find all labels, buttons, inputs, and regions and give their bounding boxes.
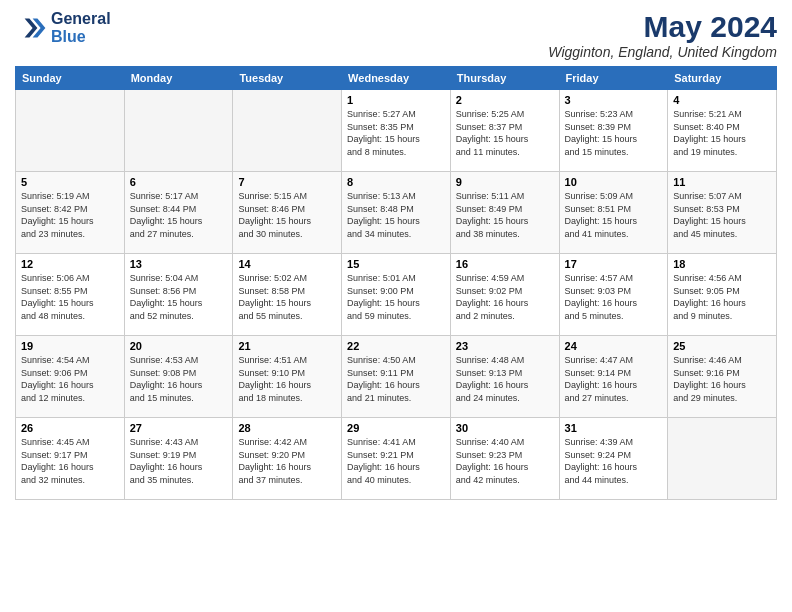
day-number: 15 — [347, 258, 445, 270]
week-row-1: 5Sunrise: 5:19 AM Sunset: 8:42 PM Daylig… — [16, 172, 777, 254]
day-cell: 26Sunrise: 4:45 AM Sunset: 9:17 PM Dayli… — [16, 418, 125, 500]
day-info: Sunrise: 4:43 AM Sunset: 9:19 PM Dayligh… — [130, 436, 228, 486]
day-number: 6 — [130, 176, 228, 188]
day-cell: 12Sunrise: 5:06 AM Sunset: 8:55 PM Dayli… — [16, 254, 125, 336]
title-block: May 2024 Wigginton, England, United King… — [548, 10, 777, 60]
day-cell: 7Sunrise: 5:15 AM Sunset: 8:46 PM Daylig… — [233, 172, 342, 254]
day-info: Sunrise: 4:50 AM Sunset: 9:11 PM Dayligh… — [347, 354, 445, 404]
day-info: Sunrise: 5:04 AM Sunset: 8:56 PM Dayligh… — [130, 272, 228, 322]
day-cell: 22Sunrise: 4:50 AM Sunset: 9:11 PM Dayli… — [342, 336, 451, 418]
day-cell: 15Sunrise: 5:01 AM Sunset: 9:00 PM Dayli… — [342, 254, 451, 336]
day-cell: 29Sunrise: 4:41 AM Sunset: 9:21 PM Dayli… — [342, 418, 451, 500]
day-info: Sunrise: 5:23 AM Sunset: 8:39 PM Dayligh… — [565, 108, 663, 158]
day-number: 10 — [565, 176, 663, 188]
day-cell: 2Sunrise: 5:25 AM Sunset: 8:37 PM Daylig… — [450, 90, 559, 172]
day-cell: 14Sunrise: 5:02 AM Sunset: 8:58 PM Dayli… — [233, 254, 342, 336]
day-cell: 1Sunrise: 5:27 AM Sunset: 8:35 PM Daylig… — [342, 90, 451, 172]
day-cell: 18Sunrise: 4:56 AM Sunset: 9:05 PM Dayli… — [668, 254, 777, 336]
day-cell: 4Sunrise: 5:21 AM Sunset: 8:40 PM Daylig… — [668, 90, 777, 172]
subtitle: Wigginton, England, United Kingdom — [548, 44, 777, 60]
header: General Blue May 2024 Wigginton, England… — [15, 10, 777, 60]
day-number: 21 — [238, 340, 336, 352]
day-number: 5 — [21, 176, 119, 188]
day-info: Sunrise: 5:27 AM Sunset: 8:35 PM Dayligh… — [347, 108, 445, 158]
day-cell — [233, 90, 342, 172]
day-cell: 28Sunrise: 4:42 AM Sunset: 9:20 PM Dayli… — [233, 418, 342, 500]
day-info: Sunrise: 4:46 AM Sunset: 9:16 PM Dayligh… — [673, 354, 771, 404]
day-info: Sunrise: 5:19 AM Sunset: 8:42 PM Dayligh… — [21, 190, 119, 240]
day-number: 28 — [238, 422, 336, 434]
day-number: 23 — [456, 340, 554, 352]
day-cell: 19Sunrise: 4:54 AM Sunset: 9:06 PM Dayli… — [16, 336, 125, 418]
day-number: 22 — [347, 340, 445, 352]
day-cell: 16Sunrise: 4:59 AM Sunset: 9:02 PM Dayli… — [450, 254, 559, 336]
day-info: Sunrise: 4:48 AM Sunset: 9:13 PM Dayligh… — [456, 354, 554, 404]
day-number: 29 — [347, 422, 445, 434]
day-info: Sunrise: 5:01 AM Sunset: 9:00 PM Dayligh… — [347, 272, 445, 322]
day-info: Sunrise: 4:57 AM Sunset: 9:03 PM Dayligh… — [565, 272, 663, 322]
logo-text: General Blue — [51, 10, 111, 46]
day-info: Sunrise: 4:40 AM Sunset: 9:23 PM Dayligh… — [456, 436, 554, 486]
col-header-friday: Friday — [559, 67, 668, 90]
day-cell: 24Sunrise: 4:47 AM Sunset: 9:14 PM Dayli… — [559, 336, 668, 418]
page: General Blue May 2024 Wigginton, England… — [0, 0, 792, 612]
day-number: 26 — [21, 422, 119, 434]
day-info: Sunrise: 4:59 AM Sunset: 9:02 PM Dayligh… — [456, 272, 554, 322]
day-number: 13 — [130, 258, 228, 270]
day-number: 9 — [456, 176, 554, 188]
day-cell: 10Sunrise: 5:09 AM Sunset: 8:51 PM Dayli… — [559, 172, 668, 254]
day-number: 18 — [673, 258, 771, 270]
day-info: Sunrise: 4:47 AM Sunset: 9:14 PM Dayligh… — [565, 354, 663, 404]
day-info: Sunrise: 4:39 AM Sunset: 9:24 PM Dayligh… — [565, 436, 663, 486]
day-number: 31 — [565, 422, 663, 434]
day-number: 30 — [456, 422, 554, 434]
day-number: 3 — [565, 94, 663, 106]
day-number: 11 — [673, 176, 771, 188]
main-title: May 2024 — [548, 10, 777, 44]
day-cell: 27Sunrise: 4:43 AM Sunset: 9:19 PM Dayli… — [124, 418, 233, 500]
day-info: Sunrise: 4:45 AM Sunset: 9:17 PM Dayligh… — [21, 436, 119, 486]
day-cell: 25Sunrise: 4:46 AM Sunset: 9:16 PM Dayli… — [668, 336, 777, 418]
col-header-thursday: Thursday — [450, 67, 559, 90]
week-row-3: 19Sunrise: 4:54 AM Sunset: 9:06 PM Dayli… — [16, 336, 777, 418]
day-info: Sunrise: 5:21 AM Sunset: 8:40 PM Dayligh… — [673, 108, 771, 158]
day-info: Sunrise: 5:13 AM Sunset: 8:48 PM Dayligh… — [347, 190, 445, 240]
day-number: 19 — [21, 340, 119, 352]
day-info: Sunrise: 5:17 AM Sunset: 8:44 PM Dayligh… — [130, 190, 228, 240]
day-cell — [124, 90, 233, 172]
day-cell: 13Sunrise: 5:04 AM Sunset: 8:56 PM Dayli… — [124, 254, 233, 336]
day-cell: 17Sunrise: 4:57 AM Sunset: 9:03 PM Dayli… — [559, 254, 668, 336]
day-info: Sunrise: 4:41 AM Sunset: 9:21 PM Dayligh… — [347, 436, 445, 486]
day-cell: 6Sunrise: 5:17 AM Sunset: 8:44 PM Daylig… — [124, 172, 233, 254]
day-number: 2 — [456, 94, 554, 106]
day-cell: 11Sunrise: 5:07 AM Sunset: 8:53 PM Dayli… — [668, 172, 777, 254]
day-cell: 21Sunrise: 4:51 AM Sunset: 9:10 PM Dayli… — [233, 336, 342, 418]
day-number: 1 — [347, 94, 445, 106]
day-cell: 30Sunrise: 4:40 AM Sunset: 9:23 PM Dayli… — [450, 418, 559, 500]
day-info: Sunrise: 4:51 AM Sunset: 9:10 PM Dayligh… — [238, 354, 336, 404]
day-number: 27 — [130, 422, 228, 434]
day-number: 25 — [673, 340, 771, 352]
logo-icon — [15, 12, 47, 44]
calendar-header-row: SundayMondayTuesdayWednesdayThursdayFrid… — [16, 67, 777, 90]
day-cell: 8Sunrise: 5:13 AM Sunset: 8:48 PM Daylig… — [342, 172, 451, 254]
calendar-table: SundayMondayTuesdayWednesdayThursdayFrid… — [15, 66, 777, 500]
week-row-0: 1Sunrise: 5:27 AM Sunset: 8:35 PM Daylig… — [16, 90, 777, 172]
day-cell: 20Sunrise: 4:53 AM Sunset: 9:08 PM Dayli… — [124, 336, 233, 418]
day-number: 20 — [130, 340, 228, 352]
day-number: 7 — [238, 176, 336, 188]
day-info: Sunrise: 5:09 AM Sunset: 8:51 PM Dayligh… — [565, 190, 663, 240]
day-info: Sunrise: 4:53 AM Sunset: 9:08 PM Dayligh… — [130, 354, 228, 404]
week-row-4: 26Sunrise: 4:45 AM Sunset: 9:17 PM Dayli… — [16, 418, 777, 500]
day-cell — [668, 418, 777, 500]
day-number: 12 — [21, 258, 119, 270]
col-header-sunday: Sunday — [16, 67, 125, 90]
day-number: 8 — [347, 176, 445, 188]
day-number: 14 — [238, 258, 336, 270]
day-cell — [16, 90, 125, 172]
day-number: 4 — [673, 94, 771, 106]
day-cell: 5Sunrise: 5:19 AM Sunset: 8:42 PM Daylig… — [16, 172, 125, 254]
day-cell: 9Sunrise: 5:11 AM Sunset: 8:49 PM Daylig… — [450, 172, 559, 254]
col-header-monday: Monday — [124, 67, 233, 90]
day-info: Sunrise: 5:07 AM Sunset: 8:53 PM Dayligh… — [673, 190, 771, 240]
